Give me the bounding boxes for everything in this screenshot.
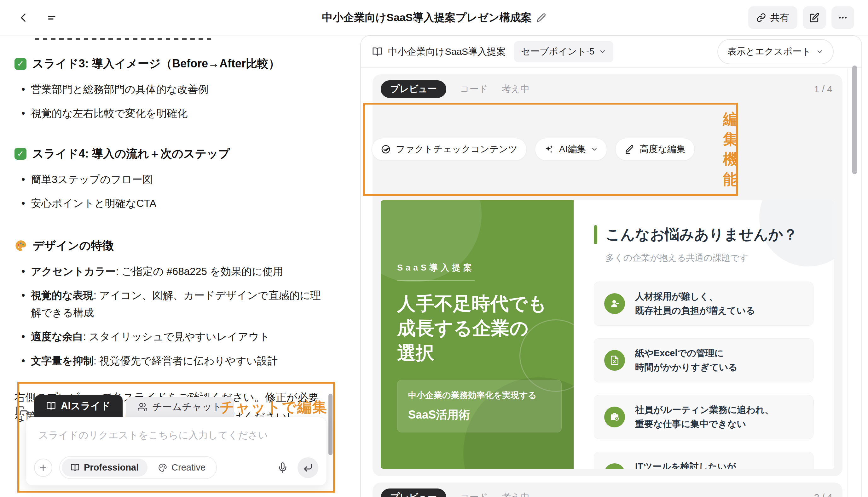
pain-point-card: 人材採用が難しく、既存社員の負担が増えている xyxy=(594,282,813,326)
page-indicator: 2 / 4 xyxy=(814,492,832,497)
fact-check-button[interactable]: ファクトチェックコンテンツ xyxy=(372,138,527,161)
tab-preview[interactable]: プレビュー xyxy=(381,80,446,98)
preview-scrollbar[interactable] xyxy=(852,66,857,174)
list-item: 視覚的な表現: アイコン、図解、カードデザインで直感的に理解できる構成 xyxy=(14,287,325,321)
list-item: 安心ポイントと明確なCTA xyxy=(14,195,325,212)
tab-team-chat[interactable]: チームチャット xyxy=(126,397,234,417)
slide1-preview[interactable]: SaaS導入提案 人手不足時代でも 成長する企業の 選択 中小企業の業務効率化を… xyxy=(381,200,834,469)
palette-icon xyxy=(158,463,167,472)
design-bullet-list: アクセントカラー: ご指定の #68a225 を効果的に使用 視覚的な表現: ア… xyxy=(14,263,325,369)
chat-input[interactable]: スライドのリクエストをこちらに入力してください xyxy=(26,417,327,453)
app-window: 中小企業向けSaaS導入提案プレゼン構成案 共有 xyxy=(0,0,868,497)
tab-thinking[interactable]: 考え中 xyxy=(502,491,529,497)
design-features-heading: デザインの特徴 xyxy=(14,238,325,254)
list-item: 文字量を抑制: 視覚優先で経営者に伝わりやすい設計 xyxy=(14,352,325,369)
back-icon[interactable] xyxy=(18,12,29,23)
savepoint-dropdown[interactable]: セーブポイント-5 xyxy=(514,41,613,62)
pain-point-card: ? ITツールを検討したいが、何から始めればいいかわからない xyxy=(594,452,813,469)
sparkles-icon xyxy=(544,144,554,154)
slide-block-2: プレビュー コード 考え中 2 / 4 ファクトチェックコンテンツ AI編集 xyxy=(373,483,842,497)
pain-point-card: 紙やExcelでの管理に時間がかかりすぎている xyxy=(594,338,813,382)
view-export-dropdown[interactable]: 表示とエクスポート xyxy=(717,39,833,64)
edit-mode-button[interactable] xyxy=(803,6,826,29)
chat-tabs: AIスライド チームチャット xyxy=(35,395,234,417)
preview-doc-title: 中小企業向けSaaS導入提案 xyxy=(372,45,506,58)
outline-slide3-heading: ✓ スライド3: 導入イメージ（Before→After比較） xyxy=(14,56,325,71)
list-item: 視覚的な左右比較で変化を明確化 xyxy=(14,105,325,122)
heading-accent-bar xyxy=(594,225,597,244)
slide1-title-panel: SaaS導入提案 人手不足時代でも 成長する企業の 選択 中小企業の業務効率化を… xyxy=(381,200,574,469)
users-icon xyxy=(138,402,147,412)
share-label: 共有 xyxy=(770,11,789,24)
chevron-down-icon xyxy=(599,48,606,55)
slide3-bullet-list: 営業部門と総務部門の具体的な改善例 視覚的な左右比較で変化を明確化 xyxy=(14,81,325,122)
slide-block-1: プレビュー コード 考え中 1 / 4 ファクトチェックコンテンツ AI編集 xyxy=(373,74,842,476)
advanced-edit-button[interactable]: 高度な編集 xyxy=(615,138,695,161)
document-title-text: 中小企業向けSaaS導入提案プレゼン構成案 xyxy=(322,10,532,25)
rename-pencil-icon[interactable] xyxy=(537,13,546,23)
slide1-subheading: 多くの企業が抱える共通の課題です xyxy=(605,252,813,264)
scroll-gutter-divider xyxy=(848,69,848,497)
pain-point-card: 社員がルーティン業務に追われ、重要な仕事に集中できない xyxy=(594,395,813,439)
edit-tools-annotation-box: ファクトチェックコンテンツ AI編集 高度な編集 xyxy=(363,103,738,196)
page-indicator: 1 / 4 xyxy=(814,84,832,95)
chevron-down-icon xyxy=(816,48,824,55)
excel-file-icon xyxy=(604,350,625,371)
send-button[interactable] xyxy=(298,457,318,478)
slide1-kicker: SaaS導入提案 xyxy=(397,262,475,281)
briefcase-clock-icon xyxy=(604,407,625,427)
question-icon: ? xyxy=(604,463,625,469)
preview-panel: 中小企業向けSaaS導入提案 セーブポイント-5 表示とエクスポート プレビュー… xyxy=(360,35,862,497)
style-mode-switch: Professional Creative xyxy=(59,456,217,479)
pencil-underline-icon xyxy=(624,144,634,154)
list-item: 適度な余白: スタイリッシュで見やすいレイアウト xyxy=(14,328,325,345)
link-icon xyxy=(756,13,766,23)
book-icon xyxy=(372,47,382,57)
top-bar: 中小企業向けSaaS導入提案プレゼン構成案 共有 xyxy=(0,0,868,35)
slide1-subtitle-box: 中小企業の業務効率化を実現する SaaS活用術 xyxy=(397,380,562,432)
mode-professional[interactable]: Professional xyxy=(62,458,148,477)
list-item: 営業部門と総務部門の具体的な改善例 xyxy=(14,81,325,98)
slide1-content-panel: ” こんなお悩みありませんか？ 多くの企業が抱える共通の課題です 人材採用が難し… xyxy=(574,200,834,469)
ai-edit-dropdown[interactable]: AI編集 xyxy=(535,138,607,161)
ellipsis-icon xyxy=(838,13,848,23)
document-title: 中小企業向けSaaS導入提案プレゼン構成案 xyxy=(322,10,546,25)
chat-input-card: スライドのリクエストをこちらに入力してください Professional xyxy=(26,417,327,486)
slide1-view-tabs: プレビュー コード 考え中 1 / 4 xyxy=(381,80,834,98)
tab-preview[interactable]: プレビュー xyxy=(381,488,446,497)
palette-emoji-icon xyxy=(14,239,27,252)
check-circle-icon xyxy=(381,144,391,154)
outline-slide4-heading: ✓ スライド4: 導入の流れ＋次のステップ xyxy=(14,146,325,161)
chat-edit-annotation-box: AIスライド チームチャット チャットで編集 スライドのリクエストをこちらに入力… xyxy=(17,382,335,493)
check-emoji-icon: ✓ xyxy=(14,148,27,160)
preview-header: 中小企業向けSaaS導入提案 セーブポイント-5 表示とエクスポート xyxy=(361,36,862,68)
slide2-view-tabs: プレビュー コード 考え中 2 / 4 xyxy=(381,488,834,497)
list-item: 簡単3ステップのフロー図 xyxy=(14,171,325,188)
sidebar-toggle-icon[interactable] xyxy=(45,12,58,23)
chevron-down-icon xyxy=(591,146,598,153)
book-icon xyxy=(71,463,80,472)
slide1-title: 人手不足時代でも 成長する企業の 選択 xyxy=(397,291,562,365)
person-icon xyxy=(604,293,625,314)
tab-code[interactable]: コード xyxy=(460,491,488,497)
add-attachment-button[interactable] xyxy=(34,458,52,477)
check-emoji-icon: ✓ xyxy=(14,58,27,70)
share-button[interactable]: 共有 xyxy=(748,6,797,29)
book-icon xyxy=(46,401,56,411)
tab-thinking[interactable]: 考え中 xyxy=(502,83,529,96)
slide4-bullet-list: 簡単3ステップのフロー図 安心ポイントと明確なCTA xyxy=(14,171,325,212)
tab-ai-slides[interactable]: AIスライド xyxy=(35,395,123,417)
mode-creative[interactable]: Creative xyxy=(149,458,214,477)
more-menu-button[interactable] xyxy=(831,6,854,29)
slide1-heading: こんなお悩みありませんか？ xyxy=(605,225,798,244)
tab-code[interactable]: コード xyxy=(460,83,488,96)
clipped-text-line xyxy=(35,35,211,40)
list-item: アクセントカラー: ご指定の #68a225 を効果的に使用 xyxy=(14,263,325,280)
edit-annotation-label: 編集機能 xyxy=(723,109,739,189)
microphone-icon[interactable] xyxy=(277,463,288,473)
chat-annotation-label: チャットで編集 xyxy=(220,397,328,417)
edit-square-icon xyxy=(809,13,819,23)
